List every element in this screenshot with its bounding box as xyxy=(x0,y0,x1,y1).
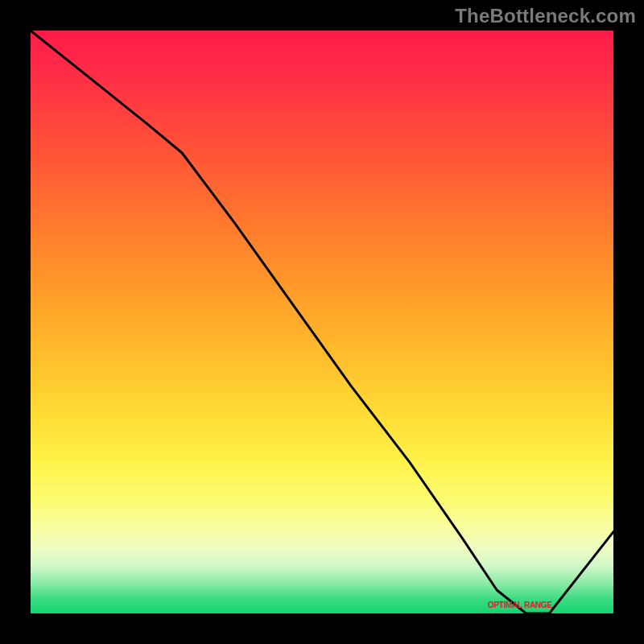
optimal-range-label: OPTIMAL RANGE xyxy=(488,601,552,609)
curve-svg xyxy=(31,31,613,613)
watermark-text: TheBottleneck.com xyxy=(455,5,636,27)
plot-area: OPTIMAL RANGE xyxy=(31,31,613,613)
chart-stage: TheBottleneck.com OPTIMAL RANGE xyxy=(0,0,644,644)
bottleneck-curve xyxy=(31,31,613,613)
